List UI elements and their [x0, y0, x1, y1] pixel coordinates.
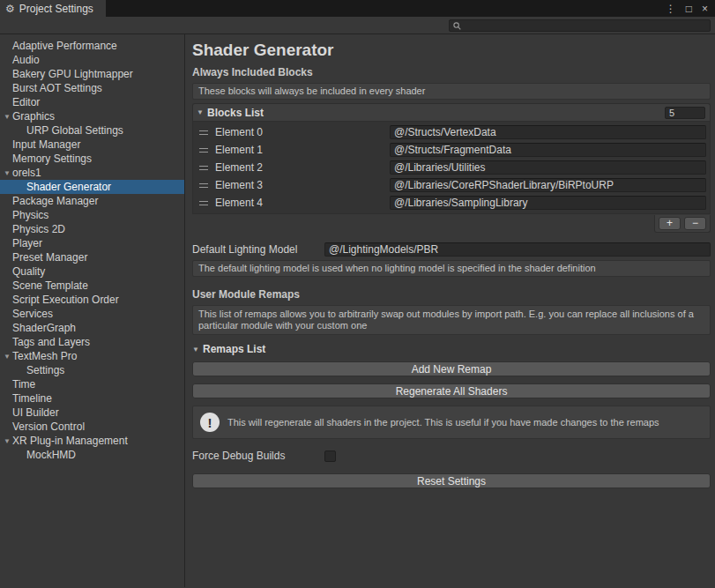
sidebar-item-player[interactable]: Player [0, 236, 184, 250]
remove-element-button[interactable]: − [684, 217, 706, 230]
menu-icon[interactable]: ⋮ [666, 3, 676, 15]
lighting-model-field[interactable] [324, 242, 711, 257]
regenerate-warning-box: ! This will regenerate all shaders in th… [192, 406, 711, 439]
sidebar-item-time[interactable]: Time [0, 377, 184, 391]
sidebar-item-label: Services [12, 308, 53, 320]
element-value-field[interactable] [390, 125, 706, 139]
sidebar-item-textmesh-pro[interactable]: ▼ TextMesh Pro [0, 349, 184, 363]
element-label: Element 0 [215, 126, 390, 138]
sidebar-item-version-control[interactable]: Version Control [0, 420, 184, 434]
foldout-expanded-icon[interactable]: ▼ [2, 113, 12, 121]
sidebar-item-physics-2d[interactable]: Physics 2D [0, 222, 184, 236]
blocks-list-row: Element 3 [193, 176, 710, 194]
sidebar-item-label: MockHMD [26, 449, 76, 461]
blocks-list-row: Element 2 [193, 159, 710, 176]
sidebar-item-script-execution-order[interactable]: Script Execution Order [0, 293, 184, 307]
close-icon[interactable]: × [702, 3, 708, 15]
sidebar-item-scene-template[interactable]: Scene Template [0, 279, 184, 293]
always-included-helpbox: These blocks will always be included in … [192, 83, 711, 100]
sidebar-item-services[interactable]: Services [0, 307, 184, 321]
sidebar-item-shadergraph[interactable]: ShaderGraph [0, 321, 184, 335]
sidebar-item-label: Memory Settings [12, 153, 92, 165]
sidebar-item-label: Editor [12, 96, 40, 108]
sidebar-item-quality[interactable]: Quality [0, 264, 184, 279]
toolbar [0, 17, 715, 34]
sidebar-item-label: ShaderGraph [12, 322, 76, 334]
add-element-button[interactable]: + [659, 217, 681, 230]
sidebar-item-label: Preset Manager [12, 251, 87, 264]
regenerate-warning-text: This will regenerate all shaders in the … [227, 417, 659, 428]
window-body: Adaptive Performance Audio Bakery GPU Li… [0, 34, 715, 587]
sidebar-item-label: Version Control [12, 421, 85, 433]
remaps-list-foldout[interactable]: ▼ Remaps List [192, 342, 711, 356]
force-debug-builds-checkbox[interactable] [324, 450, 336, 462]
blocks-list-footer: + − [192, 215, 711, 233]
sidebar-item-ui-builder[interactable]: UI Builder [0, 406, 184, 420]
drag-handle-icon[interactable] [199, 148, 208, 153]
element-value-field[interactable] [390, 160, 706, 175]
sidebar-item-settings[interactable]: Settings [0, 363, 184, 377]
sidebar-item-tags-and-layers[interactable]: Tags and Layers [0, 335, 184, 349]
sidebar-item-label: UI Builder [12, 406, 59, 419]
sidebar-item-label: Timeline [12, 392, 52, 405]
sidebar-item-urp-global-settings[interactable]: URP Global Settings [0, 123, 184, 138]
sidebar-item-memory-settings[interactable]: Memory Settings [0, 152, 184, 166]
sidebar-item-preset-manager[interactable]: Preset Manager [0, 250, 184, 264]
foldout-expanded-icon[interactable]: ▼ [2, 353, 12, 361]
sidebar-item-mockhmd[interactable]: MockHMD [0, 448, 184, 462]
drag-handle-icon[interactable] [199, 183, 208, 188]
window-tab[interactable]: ⚙ Project Settings [0, 0, 106, 17]
sidebar-item-package-manager[interactable]: Package Manager [0, 194, 184, 208]
sidebar-item-adaptive-performance[interactable]: Adaptive Performance [0, 39, 184, 53]
sidebar-item-xr-plug-in-management[interactable]: ▼ XR Plug-in Management [0, 434, 184, 448]
remaps-list-label: Remaps List [203, 343, 265, 355]
drag-handle-icon[interactable] [199, 201, 208, 205]
user-module-remaps-heading: User Module Remaps [192, 289, 711, 301]
drag-handle-icon[interactable] [199, 130, 208, 135]
window-controls: ⋮ □ × [666, 0, 715, 17]
element-label: Element 3 [215, 179, 390, 191]
sidebar-item-label: Input Manager [12, 138, 80, 151]
sidebar-item-label: Shader Generator [26, 181, 111, 193]
sidebar-item-input-manager[interactable]: Input Manager [0, 138, 184, 152]
foldout-expanded-icon[interactable]: ▼ [2, 169, 12, 177]
search-input[interactable] [465, 20, 706, 31]
sidebar-item-orels1[interactable]: ▼ orels1 [0, 166, 184, 180]
blocks-list: ▼ Blocks List 5 Element 0 Element 1 Elem… [192, 103, 711, 233]
sidebar-item-label: URP Global Settings [26, 124, 123, 137]
element-value-field[interactable] [390, 196, 706, 210]
lighting-model-label: Default Lighting Model [192, 243, 324, 256]
search-field[interactable] [449, 19, 711, 32]
foldout-expanded-icon[interactable]: ▼ [2, 437, 12, 445]
blocks-list-size-field[interactable]: 5 [665, 107, 705, 119]
sidebar-item-audio[interactable]: Audio [0, 53, 184, 67]
sidebar-item-timeline[interactable]: Timeline [0, 391, 184, 406]
sidebar-item-burst-aot-settings[interactable]: Burst AOT Settings [0, 81, 184, 95]
foldout-expanded-icon[interactable]: ▼ [197, 108, 207, 116]
sidebar-item-label: Graphics [12, 110, 55, 123]
sidebar-item-label: Tags and Layers [12, 336, 90, 348]
window-title: Project Settings [19, 3, 93, 15]
sidebar-item-shader-generator[interactable]: Shader Generator [0, 180, 184, 194]
reset-settings-button[interactable]: Reset Settings [192, 473, 711, 488]
settings-sidebar: Adaptive Performance Audio Bakery GPU Li… [0, 34, 185, 587]
regenerate-all-shaders-button[interactable]: Regenerate All Shaders [192, 383, 711, 398]
foldout-expanded-icon[interactable]: ▼ [192, 346, 203, 354]
sidebar-item-label: Time [12, 378, 35, 391]
sidebar-item-graphics[interactable]: ▼ Graphics [0, 109, 184, 123]
sidebar-item-bakery-gpu-lightmapper[interactable]: Bakery GPU Lightmapper [0, 67, 184, 81]
blocks-list-row: Element 0 [193, 123, 710, 141]
element-label: Element 1 [215, 144, 390, 156]
sidebar-item-label: Settings [26, 364, 64, 376]
sidebar-item-label: orels1 [12, 167, 41, 179]
sidebar-item-label: Bakery GPU Lightmapper [12, 68, 133, 80]
element-value-field[interactable] [390, 178, 706, 192]
drag-handle-icon[interactable] [199, 166, 208, 170]
sidebar-item-physics[interactable]: Physics [0, 208, 184, 222]
element-label: Element 2 [215, 161, 390, 174]
add-new-remap-button[interactable]: Add New Remap [192, 361, 711, 376]
sidebar-item-editor[interactable]: Editor [0, 95, 184, 109]
blocks-list-header[interactable]: ▼ Blocks List 5 [192, 103, 711, 121]
maximize-icon[interactable]: □ [686, 3, 692, 15]
element-value-field[interactable] [390, 143, 706, 157]
